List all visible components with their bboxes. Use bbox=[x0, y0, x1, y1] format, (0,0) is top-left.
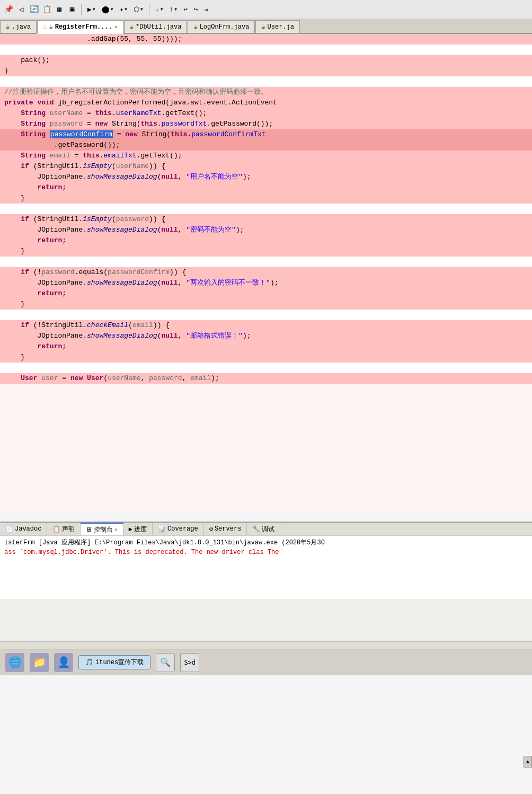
code-line-method: private void jb_registerActionPerformed(… bbox=[0, 98, 532, 108]
tab-debug[interactable]: 🔧 调试 bbox=[247, 523, 280, 535]
registerfrm-warning-icon: ⚠ bbox=[43, 23, 47, 31]
code-text-1: .addGap(55, 55, 55)))); bbox=[4, 34, 182, 45]
declaration-icon: 📋 bbox=[52, 525, 60, 533]
declaration-label: 声明 bbox=[62, 525, 75, 534]
os-search-button[interactable]: 🔍 bbox=[156, 653, 175, 672]
console-close-icon[interactable]: ✕ bbox=[114, 527, 117, 533]
code-line-empty5 bbox=[0, 310, 532, 320]
code-text-return2: return; bbox=[4, 235, 66, 246]
coverage-icon: 📊 bbox=[158, 525, 166, 533]
tab-java1-label: .java bbox=[12, 23, 31, 31]
code-line-email: String email = this.emailTxt.getText(); bbox=[0, 151, 532, 161]
tab-servers[interactable]: ⚙ Servers bbox=[204, 523, 247, 535]
code-line-msg-emailformat: JOptionPane.showMessageDialog(null, "邮箱格… bbox=[0, 331, 532, 341]
progress-label: 进度 bbox=[134, 525, 147, 534]
code-text-empty4 bbox=[4, 257, 8, 267]
code-line-brace2: } bbox=[0, 193, 532, 204]
taskbar-itunes[interactable]: 🎵 itunes宣传下载 bbox=[78, 655, 150, 669]
servers-label: Servers bbox=[215, 525, 241, 533]
step-out-button[interactable]: ↑ ▼ bbox=[167, 4, 180, 14]
code-text-brace4: } bbox=[4, 299, 25, 310]
coverage-button[interactable]: ✦ ▼ bbox=[117, 4, 129, 15]
os-icon-user2[interactable]: 👤 bbox=[54, 653, 73, 672]
tab-java1[interactable]: ☕ .java bbox=[0, 20, 37, 33]
code-line-password: String password = new String(this.passwo… bbox=[0, 119, 532, 129]
code-text-comment: //注册验证操作，用户名不可设置为空，密码不能为空，且密码和确认密码必须一致。 bbox=[4, 87, 268, 98]
code-line-empty2 bbox=[0, 76, 532, 87]
tab-declaration[interactable]: 📋 声明 bbox=[47, 523, 81, 535]
separator1 bbox=[81, 4, 82, 15]
code-text-brace1: } bbox=[4, 66, 8, 76]
tab-javadoc[interactable]: 📄 Javadoc bbox=[0, 523, 47, 535]
console-label: 控制台 bbox=[94, 525, 113, 534]
code-text-empty2 bbox=[4, 76, 8, 87]
code-editor[interactable]: .addGap(55, 55, 55)))); pack(); } //注册验证… bbox=[0, 34, 532, 511]
scrollbar-horizontal[interactable] bbox=[0, 641, 532, 649]
new-icon[interactable]: 📋 bbox=[41, 4, 52, 15]
servers-icon: ⚙ bbox=[209, 525, 213, 533]
registerfrm-icon: ☕ bbox=[49, 23, 52, 31]
tab-bar: ☕ .java ⚠ ☕ RegisterFrm.... ✕ ☕ *DbUtil.… bbox=[0, 19, 532, 34]
back-icon[interactable]: ◁ bbox=[16, 4, 26, 15]
sync-icon[interactable]: 🔄 bbox=[29, 4, 39, 15]
code-line-return1: return; bbox=[0, 182, 532, 193]
forward-nav-icon: ↪ bbox=[194, 5, 198, 14]
scroll-up-button[interactable]: ▲ bbox=[524, 756, 532, 767]
forward-nav-button[interactable]: ↪ bbox=[192, 4, 200, 15]
code-text-pwconfirm: String passwordConfirm = new String(this… bbox=[4, 129, 266, 140]
code-line-ifpassword: if (StringUtil.isEmpty(password)) { bbox=[0, 214, 532, 225]
toolbar: 📌 ◁ 🔄 📋 ▦ ▣ ▶ ▼ ⬤ ▼ ✦ ▼ ⬡ ▼ ↓ ▼ ↑ ▼ ↩ ↪ … bbox=[0, 0, 532, 19]
profile-button[interactable]: ⬡ ▼ bbox=[131, 4, 145, 15]
code-line-msg-mismatch: JOptionPane.showMessageDialog(null, "两次输… bbox=[0, 278, 532, 288]
code-text-msg-emailformat: JOptionPane.showMessageDialog(null, "邮箱格… bbox=[4, 331, 251, 341]
code-text-user: User user = new User(userName, password,… bbox=[4, 373, 219, 384]
code-line-brace1: } bbox=[0, 66, 532, 76]
os-terminal-button[interactable]: S>d bbox=[180, 653, 199, 672]
run-button[interactable]: ▶ ▼ bbox=[85, 4, 97, 15]
run-icon: ▶ bbox=[87, 5, 92, 14]
code-text-method: private void jb_registerActionPerformed(… bbox=[4, 98, 277, 108]
debug-run-icon: ⬤ bbox=[102, 5, 110, 14]
block-icon[interactable]: ▣ bbox=[67, 4, 77, 15]
grid-icon[interactable]: ▦ bbox=[54, 4, 65, 15]
tab-registerfrm[interactable]: ⚠ ☕ RegisterFrm.... ✕ bbox=[37, 20, 123, 34]
console-line-1: isterFrm [Java 应用程序] E:\Program Files\Ja… bbox=[4, 538, 528, 548]
code-text-msg-mismatch: JOptionPane.showMessageDialog(null, "两次输… bbox=[4, 278, 279, 288]
tab-console[interactable]: 🖥 控制台 ✕ bbox=[81, 523, 123, 535]
run-dropdown-arrow: ▼ bbox=[93, 7, 95, 12]
profile-dropdown-arrow: ▼ bbox=[140, 7, 143, 12]
os-icon-files[interactable]: 📁 bbox=[30, 653, 49, 672]
back-nav-button[interactable]: ↩ bbox=[181, 4, 190, 15]
code-line-return2: return; bbox=[0, 235, 532, 246]
console-icon: 🖥 bbox=[86, 526, 92, 534]
bottom-section: 📄 Javadoc 📋 声明 🖥 控制台 ✕ ▶ 进度 📊 Coverage ⚙… bbox=[0, 522, 532, 649]
code-line-empty1 bbox=[0, 45, 532, 55]
tab-user[interactable]: ☕ User.ja bbox=[255, 20, 300, 33]
code-text-pack: pack(); bbox=[4, 55, 50, 66]
taskbar-itunes-icon: 🎵 bbox=[85, 658, 93, 666]
step-into-button[interactable]: ↓ ▼ bbox=[153, 4, 165, 14]
tab-coverage[interactable]: 📊 Coverage bbox=[153, 523, 204, 535]
code-line-getpw: .getPassword()); bbox=[0, 140, 532, 151]
debug-run-button[interactable]: ⬤ ▼ bbox=[100, 4, 116, 15]
code-line-brace3: } bbox=[0, 246, 532, 257]
code-line-empty6 bbox=[0, 363, 532, 373]
last-edit-button[interactable]: ⇒ bbox=[202, 4, 211, 15]
back-nav-icon: ↩ bbox=[183, 5, 188, 14]
code-line-brace5: } bbox=[0, 352, 532, 363]
code-line-return3: return; bbox=[0, 288, 532, 299]
pin-icon[interactable]: 📌 bbox=[3, 4, 14, 15]
java1-icon: ☕ bbox=[6, 23, 10, 31]
taskbar-itunes-label: itunes宣传下载 bbox=[95, 658, 144, 667]
tab-progress[interactable]: ▶ 进度 bbox=[123, 523, 153, 535]
registerfrm-close-icon[interactable]: ✕ bbox=[114, 24, 118, 30]
javadoc-icon: 📄 bbox=[5, 525, 13, 533]
os-icon-network[interactable]: 🌐 bbox=[5, 653, 24, 672]
code-text-return1: return; bbox=[4, 182, 66, 193]
console-line-2: ass `com.mysql.jdbc.Driver'. This is dep… bbox=[4, 548, 528, 557]
code-text-ifemail: if (!StringUtil.checkEmail(email)) { bbox=[4, 320, 170, 331]
tab-dbutil[interactable]: ☕ *DbUtil.java bbox=[124, 20, 188, 33]
code-text-email: String email = this.emailTxt.getText(); bbox=[4, 151, 182, 161]
tab-logonfrm[interactable]: ☕ LogOnFrm.java bbox=[188, 20, 255, 33]
console-output: isterFrm [Java 应用程序] E:\Program Files\Ja… bbox=[0, 535, 532, 599]
